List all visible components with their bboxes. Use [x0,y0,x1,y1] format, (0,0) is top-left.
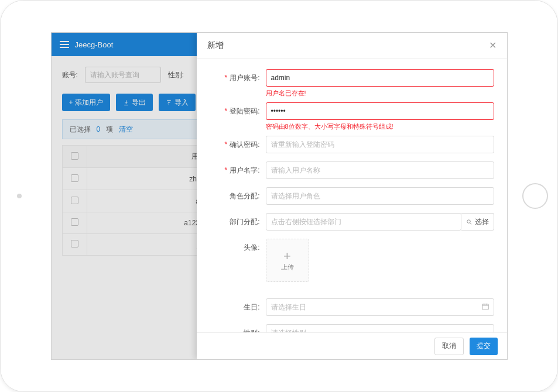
dept-select-label: 选择 [475,217,489,227]
search-icon [466,219,473,225]
svg-point-0 [467,219,470,223]
input-gender[interactable] [266,324,494,332]
submit-button[interactable]: 提交 [470,338,498,355]
label-birthday: 生日: [210,298,260,312]
input-username[interactable] [266,161,494,179]
drawer-footer: 取消 提交 [197,332,507,359]
input-account[interactable] [266,69,494,87]
drawer-title: 新增 [207,40,224,51]
label-confirm: 确认密码: [210,136,260,150]
label-avatar: 头像: [210,239,260,253]
drawer: 新增 ✕ 用户账号: 用户名已存在! 登陆密码: 密码由8位数字、大小写字母和特… [197,33,507,359]
label-username: 用户名字: [210,161,260,176]
drawer-body: 用户账号: 用户名已存在! 登陆密码: 密码由8位数字、大小写字母和特殊符号组成… [197,59,507,332]
label-gender: 性别: [210,324,260,332]
avatar-upload[interactable]: + 上传 [266,239,309,282]
input-dept[interactable] [266,213,461,231]
upload-label: 上传 [281,263,294,271]
drawer-header: 新增 ✕ [197,33,507,59]
input-birthday[interactable] [266,298,494,316]
dept-select-button[interactable]: 选择 [461,213,494,231]
label-role: 角色分配: [210,187,260,201]
label-dept: 部门分配: [210,213,260,227]
input-confirm[interactable] [266,136,494,153]
plus-icon: + [283,250,291,263]
tablet-frame: Jeecg-Boot 账号: 性别: + 添加用户 导出 导入 已选择 [0,0,558,392]
label-account: 用户账号: [210,69,260,83]
tablet-home-button[interactable] [522,183,548,209]
app-screen: Jeecg-Boot 账号: 性别: + 添加用户 导出 导入 已选择 [51,32,508,360]
label-password: 登陆密码: [210,102,260,116]
input-role[interactable] [266,187,494,205]
cancel-button[interactable]: 取消 [434,338,464,355]
close-icon[interactable]: ✕ [489,40,497,51]
input-password[interactable] [266,102,494,120]
error-password: 密码由8位数字、大小写字母和特殊符号组成! [266,122,494,131]
error-account: 用户名已存在! [266,89,494,98]
